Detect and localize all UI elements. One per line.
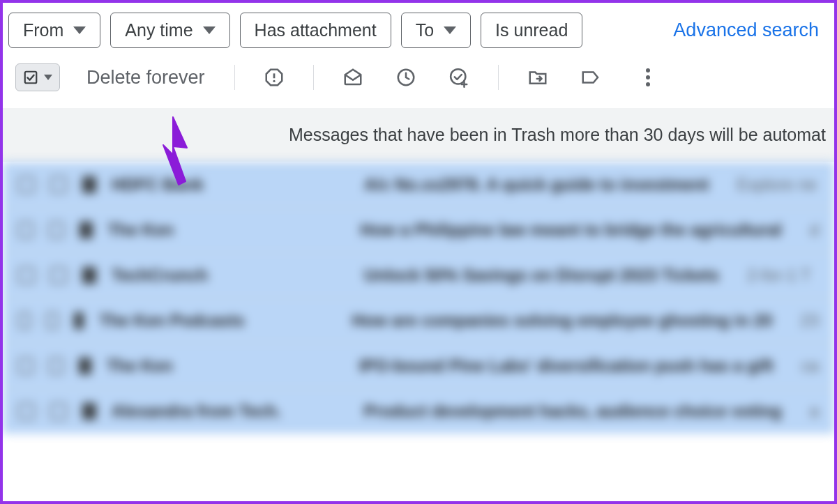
any-time-filter-chip[interactable]: Any time bbox=[110, 13, 229, 48]
chevron-down-icon bbox=[444, 26, 456, 34]
is-unread-filter-chip[interactable]: Is unread bbox=[481, 13, 582, 48]
checkbox-icon[interactable] bbox=[18, 267, 35, 284]
star-icon[interactable] bbox=[46, 312, 59, 329]
email-row[interactable]: The Ken IPO-bound Pine Labs' diversifica… bbox=[3, 343, 834, 388]
move-folder-icon bbox=[527, 67, 548, 88]
trash-icon bbox=[82, 176, 96, 193]
email-row[interactable]: The Ken Podcasts How are companies solvi… bbox=[3, 298, 834, 343]
email-list: HDFC Bank A/c No.xx2978. A quick guide t… bbox=[3, 162, 834, 434]
checkbox-icon[interactable] bbox=[18, 312, 31, 329]
report-spam-button[interactable] bbox=[259, 62, 289, 93]
select-all-checkbox[interactable] bbox=[15, 63, 60, 91]
delete-forever-button[interactable]: Delete forever bbox=[66, 67, 219, 89]
labels-button[interactable] bbox=[575, 62, 606, 93]
trash-icon bbox=[80, 222, 92, 238]
task-add-icon bbox=[448, 67, 469, 88]
chevron-down-icon bbox=[73, 26, 86, 34]
report-spam-icon bbox=[264, 67, 285, 88]
email-subject: A/c No.xx2978. A quick guide to investme… bbox=[364, 175, 709, 194]
more-vertical-icon bbox=[645, 67, 651, 88]
checkbox-icon[interactable] bbox=[18, 176, 35, 193]
email-subject: Unlock 50% Savings on Disrupt 2023 Ticke… bbox=[364, 266, 719, 285]
advanced-search-link[interactable]: Advanced search bbox=[673, 20, 829, 41]
star-icon[interactable] bbox=[49, 358, 64, 374]
email-sender: HDFC Bank bbox=[112, 175, 349, 194]
trash-icon bbox=[79, 358, 91, 374]
chevron-down-icon bbox=[203, 26, 216, 34]
more-menu-button[interactable] bbox=[633, 62, 663, 93]
mark-as-read-button[interactable] bbox=[338, 62, 368, 93]
star-icon[interactable] bbox=[49, 222, 64, 238]
email-preview: Explore ne bbox=[737, 175, 817, 194]
email-subject: How are companies solving employee ghost… bbox=[352, 311, 772, 330]
email-subject: IPO-bound Pine Labs' diversification pus… bbox=[359, 356, 774, 376]
email-row[interactable]: HDFC Bank A/c No.xx2978. A quick guide t… bbox=[3, 162, 834, 207]
clock-icon bbox=[395, 67, 416, 88]
toolbar: Delete forever bbox=[3, 58, 834, 104]
svg-rect-0 bbox=[25, 72, 37, 84]
trash-banner: Messages that have been in Trash more th… bbox=[3, 108, 834, 162]
has-attachment-filter-chip[interactable]: Has attachment bbox=[240, 13, 391, 48]
svg-point-7 bbox=[646, 82, 650, 86]
has-attachment-filter-label: Has attachment bbox=[255, 20, 377, 40]
move-to-button[interactable] bbox=[522, 62, 553, 93]
star-icon[interactable] bbox=[50, 267, 67, 284]
is-unread-filter-label: Is unread bbox=[495, 20, 568, 40]
email-subject: Product development hacks, audience choi… bbox=[364, 402, 782, 421]
email-preview: 23 bbox=[800, 311, 819, 330]
divider bbox=[313, 65, 314, 90]
checkbox-checked-icon bbox=[23, 70, 38, 85]
email-sender: The Ken bbox=[108, 220, 345, 240]
trash-icon bbox=[74, 312, 84, 329]
divider bbox=[234, 65, 235, 90]
from-filter-chip[interactable]: From bbox=[8, 13, 100, 48]
svg-point-2 bbox=[273, 80, 275, 82]
email-row[interactable]: The Ken How a Philippine law meant to br… bbox=[3, 207, 834, 252]
email-subject: How a Philippine law meant to bridge the… bbox=[361, 220, 782, 240]
chevron-down-icon bbox=[44, 75, 52, 80]
email-sender: The Ken bbox=[107, 356, 344, 376]
email-sender: Alexandra from Tech. bbox=[112, 402, 349, 421]
checkbox-icon[interactable] bbox=[18, 403, 35, 420]
any-time-filter-label: Any time bbox=[125, 20, 193, 40]
email-sender: TechCrunch bbox=[112, 266, 349, 285]
svg-point-5 bbox=[646, 68, 650, 72]
trash-icon bbox=[82, 403, 96, 420]
email-sender: The Ken Podcasts bbox=[99, 311, 336, 330]
star-icon[interactable] bbox=[50, 176, 67, 193]
email-preview: 2-for-1 T bbox=[747, 266, 811, 285]
to-filter-label: To bbox=[416, 20, 434, 40]
email-preview: ca bbox=[801, 356, 819, 376]
divider bbox=[498, 65, 499, 90]
to-filter-chip[interactable]: To bbox=[401, 13, 471, 48]
trash-icon bbox=[82, 267, 96, 284]
snooze-button[interactable] bbox=[391, 62, 421, 93]
mail-open-icon bbox=[342, 67, 363, 88]
from-filter-label: From bbox=[23, 20, 63, 40]
filter-row: From Any time Has attachment To Is unrea… bbox=[3, 3, 834, 58]
checkbox-icon[interactable] bbox=[18, 222, 33, 238]
label-icon bbox=[580, 67, 601, 88]
email-preview: d bbox=[810, 220, 819, 240]
email-row[interactable]: Alexandra from Tech. Product development… bbox=[3, 388, 834, 434]
checkbox-icon[interactable] bbox=[18, 358, 33, 374]
email-row[interactable]: TechCrunch Unlock 50% Savings on Disrupt… bbox=[3, 252, 834, 298]
star-icon[interactable] bbox=[50, 403, 67, 420]
svg-point-6 bbox=[646, 75, 650, 79]
svg-point-4 bbox=[451, 69, 465, 84]
email-preview: a bbox=[810, 402, 819, 421]
add-to-tasks-button[interactable] bbox=[444, 62, 474, 93]
